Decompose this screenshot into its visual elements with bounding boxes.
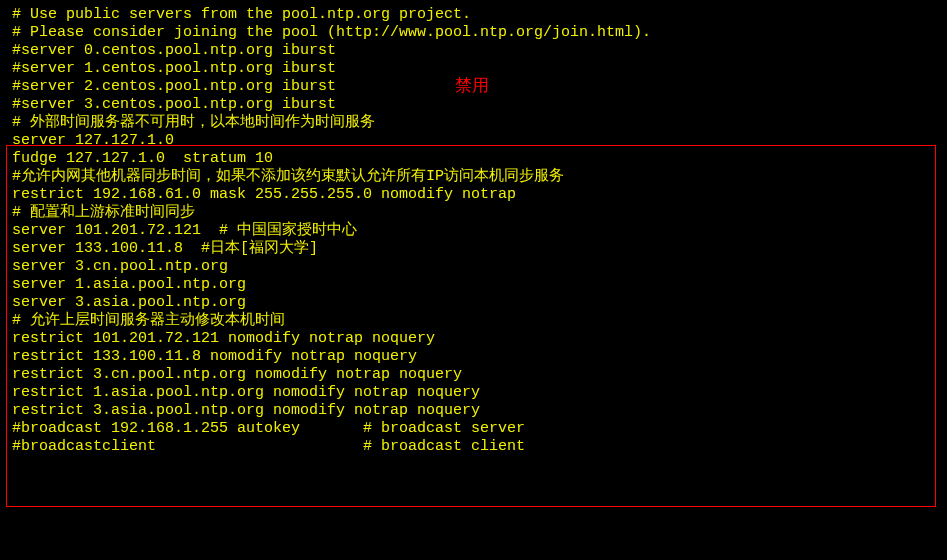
config-line: restrict 1.asia.pool.ntp.org nomodify no… bbox=[12, 384, 935, 402]
config-line: server 127.127.1.0 bbox=[12, 132, 935, 150]
config-line: restrict 101.201.72.121 nomodify notrap … bbox=[12, 330, 935, 348]
config-line: # 外部时间服务器不可用时，以本地时间作为时间服务 bbox=[12, 114, 935, 132]
config-line: fudge 127.127.1.0 stratum 10 bbox=[12, 150, 935, 168]
config-line: #server 1.centos.pool.ntp.org iburst bbox=[12, 60, 935, 78]
config-line: restrict 3.asia.pool.ntp.org nomodify no… bbox=[12, 402, 935, 420]
config-line: server 3.asia.pool.ntp.org bbox=[12, 294, 935, 312]
config-line: #允许内网其他机器同步时间，如果不添加该约束默认允许所有IP访问本机同步服务 bbox=[12, 168, 935, 186]
config-line: server 1.asia.pool.ntp.org bbox=[12, 276, 935, 294]
config-line: # Use public servers from the pool.ntp.o… bbox=[12, 6, 935, 24]
config-line: #broadcastclient # broadcast client bbox=[12, 438, 935, 456]
config-line: server 133.100.11.8 #日本[福冈大学] bbox=[12, 240, 935, 258]
config-line: server 101.201.72.121 # 中国国家授时中心 bbox=[12, 222, 935, 240]
config-line: # Please consider joining the pool (http… bbox=[12, 24, 935, 42]
config-line: restrict 192.168.61.0 mask 255.255.255.0… bbox=[12, 186, 935, 204]
config-line: #server 0.centos.pool.ntp.org iburst bbox=[12, 42, 935, 60]
config-line: #broadcast 192.168.1.255 autokey # broad… bbox=[12, 420, 935, 438]
config-line: restrict 133.100.11.8 nomodify notrap no… bbox=[12, 348, 935, 366]
config-line: # 允许上层时间服务器主动修改本机时间 bbox=[12, 312, 935, 330]
annotation-disabled: 禁用 bbox=[455, 78, 489, 96]
config-line: server 3.cn.pool.ntp.org bbox=[12, 258, 935, 276]
config-line: restrict 3.cn.pool.ntp.org nomodify notr… bbox=[12, 366, 935, 384]
terminal-viewport[interactable]: # Use public servers from the pool.ntp.o… bbox=[0, 0, 947, 462]
config-line: #server 3.centos.pool.ntp.org iburst bbox=[12, 96, 935, 114]
config-line: # 配置和上游标准时间同步 bbox=[12, 204, 935, 222]
